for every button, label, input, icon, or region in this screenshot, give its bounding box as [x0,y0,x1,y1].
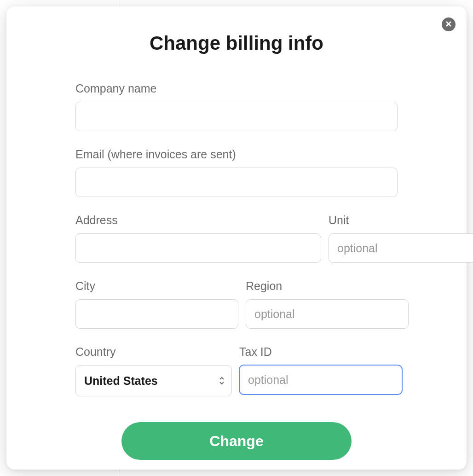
tax-id-label: Tax ID [239,345,402,359]
company-name-group: Company name [75,82,398,131]
region-label: Region [246,279,409,293]
tax-id-group: Tax ID [239,345,402,396]
address-label: Address [75,214,321,227]
address-group: Address [75,214,321,263]
country-select[interactable]: United States [75,365,232,396]
country-group: Country United States [75,345,232,396]
close-icon [445,20,452,29]
country-select-wrapper: United States [75,365,232,396]
close-button[interactable] [442,17,456,31]
modal-title: Change billing info [43,32,430,54]
email-input[interactable] [75,168,398,197]
city-input[interactable] [75,299,238,329]
billing-info-modal: Change billing info Company name Email (… [6,6,467,470]
change-button[interactable]: Change [121,422,352,460]
country-label: Country [75,345,232,359]
email-group: Email (where invoices are sent) [75,148,398,197]
unit-label: Unit [329,214,473,227]
email-label: Email (where invoices are sent) [75,148,398,161]
unit-group: Unit [329,214,473,263]
region-group: Region [246,279,409,329]
company-name-input[interactable] [75,102,398,131]
company-name-label: Company name [75,82,398,95]
submit-row: Change [75,422,398,460]
address-input[interactable] [75,233,321,263]
tax-id-input[interactable] [239,365,402,395]
city-label: City [75,279,238,293]
region-input[interactable] [246,299,409,329]
billing-form: Company name Email (where invoices are s… [75,82,398,460]
unit-input[interactable] [329,233,473,263]
city-group: City [75,279,238,329]
